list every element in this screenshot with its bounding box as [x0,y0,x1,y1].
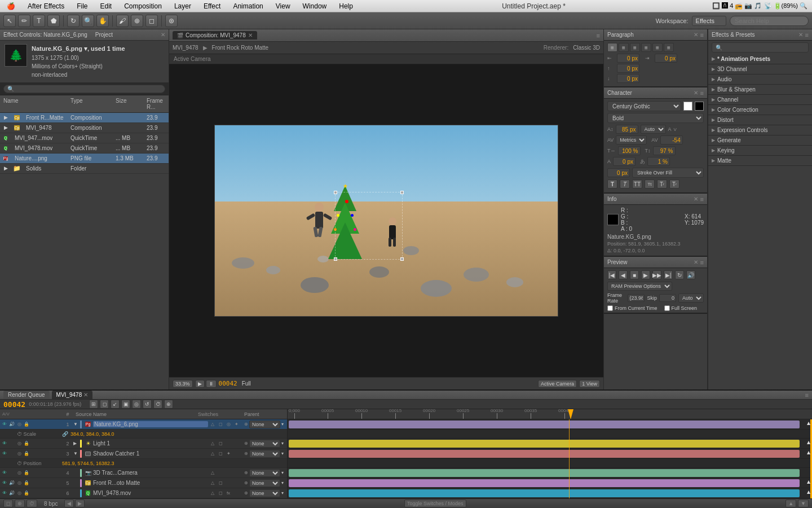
layer-row[interactable]: 👁 ◎ 🔒 4 📷 3D Trac...Camera △ ⊕ [0,468,287,478]
timeline-tab-close[interactable]: ✕ [83,392,88,398]
comp-frame-btn[interactable]: ⏸ [206,380,217,388]
status-arrow-right[interactable]: ▶ [75,500,85,507]
apple-menu[interactable]: 🍎 [5,1,17,11]
layer-audio[interactable]: 🔊 [8,490,15,497]
toolbar-hand[interactable]: ✋ [96,15,109,27]
style-dropdown[interactable]: Bold [607,113,704,123]
list-item[interactable]: ▶ Cp MVI_9478 Composition 23.9 [0,123,169,133]
align-justify[interactable]: ≡ [641,43,651,52]
align-left[interactable]: ≡ [607,43,617,52]
comp-quality[interactable]: Full [242,380,251,387]
toolbar-eraser[interactable]: ◻ [145,15,158,27]
parent-select-4[interactable]: None [249,469,280,477]
prev-audio-btn[interactable]: 🔊 [686,270,695,279]
active-camera-btn[interactable]: Active Camera [538,380,577,388]
layer-row[interactable]: 👁 🔊 ◎ 🔒 6 Q MVI_9478.mov △ ◻ fx [0,488,287,498]
layer-name-3[interactable]: Shadow Catcher 1 [93,450,208,457]
layer-audio[interactable]: 🔊 [8,421,15,428]
tsumi-input[interactable] [647,157,670,166]
from-current-label[interactable]: From Current Time [607,305,657,311]
sub-btn[interactable]: Tr [669,179,679,189]
layer-eye[interactable]: 👁 [1,440,8,447]
status-btn[interactable]: ▼ [798,500,809,507]
layer-motion[interactable]: ◎ [225,421,232,428]
align-center[interactable]: ≡ [619,43,629,52]
parent-select-6[interactable]: None [249,489,280,497]
toolbar-pen[interactable]: ✏ [18,15,30,27]
list-item[interactable]: Q MVI_9478.mov QuickTime ... MB 23.9 [0,143,169,154]
tl-btn[interactable]: ↺ [143,400,152,409]
italic-btn[interactable]: T [620,179,630,189]
layer-lock[interactable]: 🔒 [23,450,30,457]
frame-rate-input[interactable] [628,294,645,302]
effects-item[interactable]: ▶ Distort [708,115,812,125]
layer-3d[interactable]: ◻ [217,440,224,447]
parent-arrow-6[interactable]: ▾ [281,491,284,496]
parent-select-5[interactable]: None [249,479,280,487]
list-item[interactable]: Pg Nature....png PNG file 1.3 MB 23.9 [0,154,169,164]
status-btn[interactable]: ▲ [785,500,796,507]
toolbar-paint[interactable]: 🖌 [116,15,129,27]
layer-menu[interactable]: Layer [172,1,193,11]
toolbar-select[interactable]: ↖ [3,15,16,27]
layer-solo[interactable]: ◎ [16,470,23,476]
parent-arrow-1[interactable]: ▾ [281,422,284,427]
layer-ctrl[interactable]: △ [209,490,216,497]
effects-item[interactable]: ▶ Channel [708,95,812,105]
layer-row[interactable]: 👁 ◎ 🔒 2 ▶ ☀ Light 1 △ ◻ ⊕ [0,439,287,449]
effects-item[interactable]: ▶ Expression Controls [708,125,812,135]
layer-expand-1[interactable]: ▼ [73,422,80,427]
prev-stop-btn[interactable]: ■ [630,270,639,279]
edit-menu[interactable]: Edit [98,1,114,11]
layer-3d[interactable]: ◻ [217,450,224,457]
tl-btn[interactable]: ◎ [132,400,141,409]
layer-3d[interactable]: ◻ [217,421,224,428]
status-arrow-left[interactable]: ◀ [64,500,74,507]
parent-arrow-5[interactable]: ▾ [281,480,284,485]
comp-play-btn[interactable]: ▶ [195,380,205,388]
text-color-swatch[interactable] [683,102,692,111]
bold-btn[interactable]: T [607,179,617,189]
layer-ctrl[interactable]: △ [209,450,216,457]
comp-viewer[interactable]: ★ [169,64,603,377]
animation-menu[interactable]: Animation [231,1,265,11]
layer-row[interactable]: 👁 🔊 ◎ 🔒 1 ▼ Pg Nature.KG_6.png △ ◻ ◎ ✦ [0,419,287,430]
timeline-bar-3[interactable] [289,450,800,458]
indent-right-input[interactable] [655,54,677,63]
layer-name-2[interactable]: Light 1 [93,440,208,446]
effects-item[interactable]: ▶ 3D Channel [708,64,812,75]
list-item[interactable]: ▶ Cp Front R...Matte Composition 23.9 [0,113,169,123]
prev-play-btn[interactable]: ▶ [641,270,650,279]
stroke-color-swatch[interactable] [695,102,704,111]
timeline-bar-2[interactable] [289,440,800,448]
scale-v-input[interactable] [653,146,676,155]
tl-btn[interactable]: ⊞ [89,400,98,409]
baseline-input[interactable] [613,157,636,166]
info-panel-menu[interactable]: ≡ [700,196,704,203]
layer-name-4[interactable]: 3D Trac...Camera [93,470,208,476]
space-before-input[interactable] [617,64,639,73]
tl-btn[interactable]: ⊕ [164,400,173,409]
layer-ctrl[interactable]: △ [209,440,216,447]
toggle-switches-btn[interactable]: Toggle Switches / Modes [404,500,466,507]
resolution-dropdown[interactable]: Auto [678,294,704,303]
help-menu[interactable]: Help [337,1,355,11]
prev-loop-btn[interactable]: ↻ [675,270,684,279]
align-right[interactable]: ≡ [630,43,640,52]
toolbar-shape[interactable]: ⬟ [47,15,60,27]
status-btn[interactable]: ⏱ [27,500,37,507]
font-dropdown[interactable]: Century Gothic [607,101,681,111]
allcaps-btn[interactable]: TT [632,179,642,189]
layer-audio[interactable] [8,470,15,476]
timeline-bar-5[interactable] [289,479,800,487]
layer-lock[interactable]: 🔒 [23,440,30,447]
tl-btn[interactable]: ◻ [100,400,109,409]
layer-eye[interactable]: 👁 [1,421,8,428]
prev-back-btn[interactable]: ◀ [619,270,628,279]
full-screen-check[interactable] [664,305,670,311]
layer-solo[interactable]: ◎ [16,421,23,428]
stroke-type-dropdown[interactable]: Stroke Over Fill [632,168,704,178]
metrics-dropdown[interactable]: Metrics [616,135,647,144]
layer-name-6[interactable]: MVI_9478.mov [93,490,208,496]
status-btn[interactable]: ⊕ [15,500,25,507]
